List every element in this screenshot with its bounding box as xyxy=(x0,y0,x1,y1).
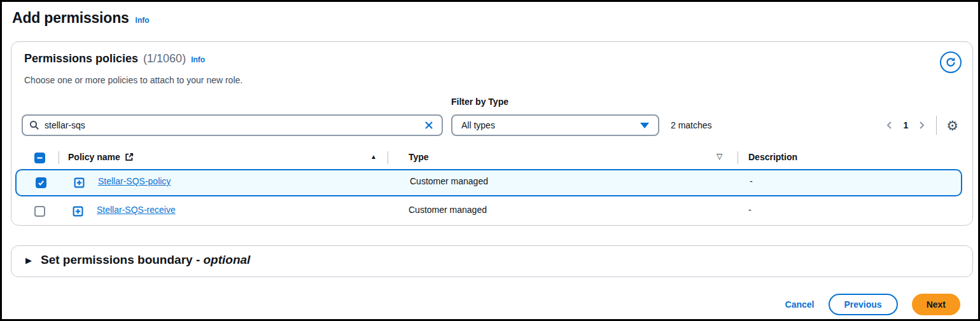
row-checkbox-unchecked[interactable] xyxy=(34,206,45,217)
filter-by-type-label: Filter by Type xyxy=(451,97,508,107)
table-row[interactable]: Stellar-SQS-policy Customer managed - xyxy=(15,169,962,196)
expand-triangle-icon: ▶ xyxy=(25,256,32,265)
clear-search-icon[interactable] xyxy=(423,119,435,132)
policy-search-box xyxy=(22,114,443,136)
column-header-type[interactable]: Type xyxy=(409,152,429,162)
table-row[interactable]: Stellar-SQS-receive Customer managed - xyxy=(15,198,962,225)
panel-counter: (1/1060) xyxy=(143,52,186,65)
refresh-icon xyxy=(945,57,956,68)
panel-info-link[interactable]: Info xyxy=(191,55,205,64)
filter-type-select[interactable]: All types xyxy=(451,114,659,136)
policy-name-link[interactable]: Stellar-SQS-policy xyxy=(98,176,171,186)
boundary-title: Set permissions boundary - xyxy=(41,253,200,266)
panel-header: Permissions policies (1/1060) Info xyxy=(24,52,205,65)
cancel-button[interactable]: Cancel xyxy=(785,299,815,310)
chevron-down-icon xyxy=(640,123,649,128)
search-input[interactable] xyxy=(45,120,417,130)
search-icon xyxy=(29,120,39,130)
expand-row-icon[interactable] xyxy=(73,206,83,217)
matches-count: 2 matches xyxy=(671,120,712,130)
footer-actions: Cancel Previous Next xyxy=(785,294,960,315)
sort-icon[interactable]: ▽ xyxy=(717,152,722,161)
previous-button[interactable]: Previous xyxy=(829,294,898,315)
permissions-boundary-panel: ▶ Set permissions boundary - optional xyxy=(11,245,973,277)
panel-description: Choose one or more policies to attach to… xyxy=(24,75,242,85)
next-page-icon[interactable] xyxy=(916,120,927,130)
refresh-button[interactable] xyxy=(940,51,962,73)
policy-description-cell: - xyxy=(748,205,752,215)
page-info-link[interactable]: Info xyxy=(136,16,150,25)
panel-title: Permissions policies xyxy=(24,52,138,65)
page-header: Add permissions Info xyxy=(12,10,150,27)
divider xyxy=(738,151,738,164)
sort-ascending-icon[interactable]: ▲ xyxy=(370,153,377,160)
divider xyxy=(59,151,59,164)
previous-page-icon[interactable] xyxy=(885,120,895,130)
row-checkbox-checked[interactable] xyxy=(36,177,46,188)
table-header: Policy name ▲ Type ▽ Description xyxy=(24,146,961,169)
policy-name-link[interactable]: Stellar-SQS-receive xyxy=(97,205,176,215)
column-header-description[interactable]: Description xyxy=(748,152,797,162)
page-title: Add permissions xyxy=(12,10,129,27)
current-page-number[interactable]: 1 xyxy=(902,120,909,130)
divider xyxy=(388,151,388,164)
add-permissions-page: Add permissions Info Permissions policie… xyxy=(0,0,980,321)
policy-type-cell: Customer managed xyxy=(410,176,488,186)
boundary-expander[interactable]: ▶ Set permissions boundary - optional xyxy=(11,246,972,274)
pagination: 1 ⚙ xyxy=(885,114,958,136)
permissions-policies-panel: Permissions policies (1/1060) Info Choos… xyxy=(11,41,973,226)
divider xyxy=(936,116,937,135)
select-all-checkbox[interactable] xyxy=(34,153,45,163)
expand-row-icon[interactable] xyxy=(74,177,85,188)
external-link-icon xyxy=(125,153,134,161)
filter-type-value: All types xyxy=(461,120,495,130)
column-header-policy-name[interactable]: Policy name xyxy=(68,152,134,162)
policy-type-cell: Customer managed xyxy=(409,205,487,215)
gear-icon[interactable]: ⚙ xyxy=(946,119,958,132)
boundary-optional-label: optional xyxy=(204,253,251,266)
next-button[interactable]: Next xyxy=(912,294,960,315)
policy-description-cell: - xyxy=(750,176,753,186)
